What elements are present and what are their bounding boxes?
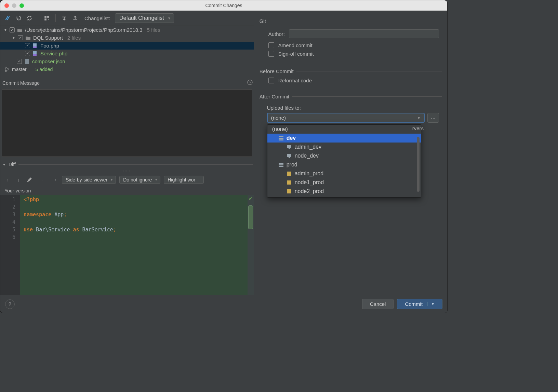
tree-file-name: composer.json (32, 58, 65, 64)
upload-option[interactable]: admin_dev (267, 143, 421, 151)
whitespace-dropdown[interactable]: Do not ignore▼ (119, 176, 160, 184)
tree-folder-name: DQL Support (33, 35, 63, 41)
php-file-icon (32, 43, 38, 49)
highlight-dropdown[interactable]: Highlight wor (164, 176, 204, 184)
svg-point-11 (8, 68, 9, 69)
code-gutter: 1 2 3 4 5 6 (0, 195, 20, 295)
diff-mode-value: Side-by-side viewer (66, 177, 107, 183)
svg-rect-7 (33, 54, 37, 56)
group-icon[interactable] (43, 14, 51, 22)
collapse-icon[interactable] (71, 14, 79, 22)
code-body[interactable]: <?php namespace App; use Bar\Service as … (20, 195, 254, 295)
history-icon[interactable] (247, 79, 253, 86)
checkbox[interactable] (268, 78, 274, 83)
back-icon: ← (40, 176, 48, 184)
checkbox[interactable] (268, 42, 274, 48)
checkbox[interactable] (268, 51, 274, 57)
expand-icon[interactable] (61, 14, 68, 22)
version-label: Your version (0, 187, 254, 195)
next-diff-icon[interactable]: ↓ (15, 176, 22, 184)
highlight-value: Highlight wor (168, 177, 195, 183)
reformat-label: Reformat code (278, 78, 312, 83)
upload-option[interactable]: admin_prod (267, 169, 421, 178)
prev-diff-icon: ↑ (4, 176, 11, 184)
branch-icon (4, 67, 9, 72)
changelist-value: Default Changelist (119, 15, 164, 21)
svg-rect-16 (287, 145, 291, 148)
code-viewer: 1 2 3 4 5 6 <?php namespace App; use Bar… (0, 195, 254, 295)
checkbox[interactable]: ✓ (25, 51, 30, 56)
commit-button[interactable]: Commit ▼ (397, 299, 442, 309)
changelist-label: Changelist: (84, 15, 110, 21)
tree-file-row[interactable]: ✓ Foo.php (0, 42, 254, 50)
whitespace-value: Do not ignore (123, 177, 152, 183)
upload-option[interactable]: node1_prod (267, 178, 421, 187)
svg-rect-14 (279, 138, 283, 139)
diff-mode-dropdown[interactable]: Side-by-side viewer▼ (62, 176, 116, 184)
refresh-icon[interactable] (26, 14, 33, 22)
checkbox[interactable]: ✓ (10, 27, 15, 32)
svg-rect-5 (33, 46, 37, 48)
titlebar: Commit Changes (0, 0, 447, 11)
tree-folder-row[interactable]: ▼ ✓ DQL Support 2 files (0, 34, 254, 42)
left-pane: Changelist: Default Changelist ▼ ▼ ✓ /Us… (0, 11, 254, 295)
servers-hint: rvers (412, 125, 424, 131)
svg-rect-24 (287, 180, 291, 185)
upload-value: (none) (271, 115, 286, 121)
drag-handle[interactable]: ::::: (0, 73, 254, 77)
tree-file-row[interactable]: ✓ Service.php (0, 50, 254, 57)
upload-option[interactable]: node2_prod (267, 187, 421, 196)
forward-icon[interactable]: → (51, 176, 58, 184)
author-input[interactable] (289, 29, 439, 38)
before-commit-header: Before Commit (259, 66, 442, 76)
upload-option[interactable]: (none) (267, 125, 421, 134)
diff-label: Diff (9, 162, 16, 167)
checkbox[interactable]: ✓ (18, 35, 23, 40)
signoff-row[interactable]: Sign-off commit (268, 51, 439, 57)
tree-file-row[interactable]: ✓ composer.json (0, 57, 254, 65)
upload-option[interactable]: dev (267, 134, 421, 143)
changes-toolbar: Changelist: Default Changelist ▼ (0, 11, 254, 26)
tree-file-name: Service.php (40, 51, 67, 56)
git-section-header: Git (259, 16, 442, 26)
browse-button[interactable]: … (427, 113, 439, 123)
scroll-marker[interactable] (248, 205, 253, 229)
reformat-row[interactable]: Reformat code (268, 78, 439, 83)
commit-message-input[interactable] (2, 89, 252, 157)
inspection-strip: ✔ (248, 195, 254, 295)
dialog-footer: ? Cancel Commit ▼ (0, 295, 447, 313)
help-button[interactable]: ? (5, 299, 15, 309)
upload-dropdown[interactable]: (none) ▼ (267, 113, 425, 123)
drag-handle[interactable]: ::::: (0, 169, 254, 173)
svg-point-10 (5, 70, 6, 72)
changelist-dropdown[interactable]: Default Changelist ▼ (115, 13, 174, 23)
amend-row[interactable]: Amend commit (268, 42, 439, 48)
upload-option[interactable]: node_dev (267, 151, 421, 160)
commit-message-label: Commit Message (2, 80, 40, 86)
folder-icon (17, 28, 23, 32)
show-diff-icon[interactable] (4, 14, 11, 22)
author-label: Author: (268, 31, 285, 37)
window-title: Commit Changes (0, 3, 447, 8)
edit-icon[interactable] (26, 176, 33, 184)
svg-rect-13 (279, 136, 283, 137)
amend-label: Amend commit (278, 42, 313, 48)
right-pane: Git Author: Amend commit Sign-off commit… (254, 11, 447, 295)
cancel-button[interactable]: Cancel (362, 299, 394, 309)
tree-root-row[interactable]: ▼ ✓ /Users/jetbrains/PhpstormProjects/Ph… (0, 26, 254, 34)
tree-root-count: 5 files (147, 27, 160, 33)
revert-icon[interactable] (15, 14, 22, 22)
commit-message-header: Commit Message (0, 77, 254, 89)
author-row: Author: (268, 29, 439, 38)
scrollbar[interactable] (417, 137, 420, 192)
php-file-icon (32, 51, 38, 56)
checkbox[interactable]: ✓ (25, 43, 30, 48)
checkbox[interactable]: ✓ (17, 59, 22, 64)
chevron-down-icon[interactable]: ▼ (427, 302, 435, 306)
upload-option[interactable]: prod (267, 160, 421, 169)
diff-header[interactable]: ▼ Diff (0, 160, 254, 169)
svg-rect-8 (25, 59, 29, 64)
svg-rect-22 (279, 166, 283, 167)
svg-rect-0 (44, 16, 46, 18)
chevron-down-icon: ▼ (110, 178, 113, 181)
